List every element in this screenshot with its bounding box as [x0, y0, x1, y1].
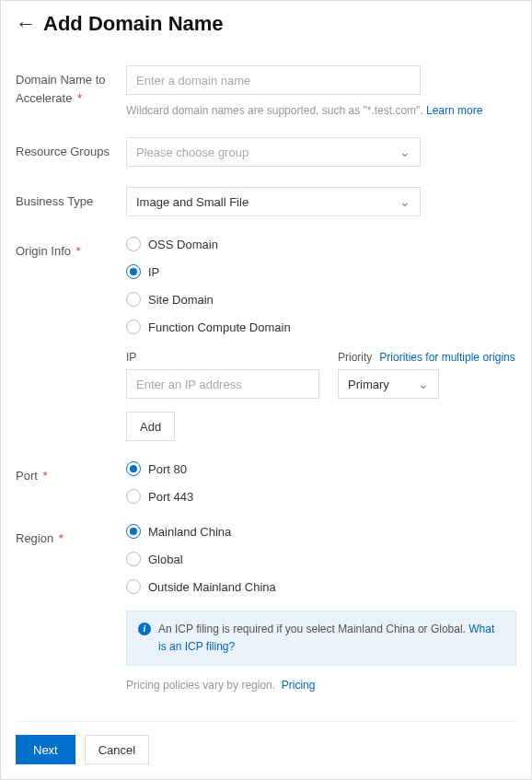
origin-option-fc[interactable]: Function Compute Domain [126, 320, 516, 334]
resource-groups-label: Resource Groups [16, 137, 126, 161]
radio-icon [126, 579, 141, 594]
next-button[interactable]: Next [16, 735, 75, 764]
domain-hint: Wildcard domain names are supported, suc… [126, 104, 516, 117]
icp-info-box: i An ICP filing is required if you selec… [126, 611, 516, 666]
region-option-global[interactable]: Global [126, 552, 516, 566]
domain-name-input[interactable] [126, 65, 421, 95]
ip-column-label: IP [126, 351, 338, 364]
origin-option-oss[interactable]: OSS Domain [126, 237, 516, 251]
domain-name-label: Domain Name to Accelerate * [16, 65, 126, 107]
info-icon: i [138, 623, 151, 635]
region-option-mainland[interactable]: Mainland China [126, 524, 516, 539]
chevron-down-icon: ⌄ [399, 145, 411, 159]
add-origin-button[interactable]: Add [126, 412, 175, 441]
cancel-button[interactable]: Cancel [85, 735, 149, 764]
chevron-down-icon: ⌄ [399, 194, 411, 209]
port-option-443[interactable]: Port 443 [126, 489, 516, 504]
resource-groups-select[interactable]: Please choose group ⌄ [126, 137, 421, 167]
origin-option-ip[interactable]: IP [126, 264, 516, 279]
business-type-select[interactable]: Image and Small File ⌄ [126, 187, 421, 216]
back-arrow-icon[interactable]: ← [16, 14, 36, 34]
origin-option-site[interactable]: Site Domain [126, 292, 516, 307]
origin-ip-input[interactable] [126, 369, 319, 399]
region-radio-group: Mainland China Global Outside Mainland C… [126, 524, 516, 594]
radio-icon [126, 524, 141, 539]
port-radio-group: Port 80 Port 443 [126, 461, 516, 504]
radio-icon [126, 237, 141, 251]
radio-icon [126, 489, 141, 504]
learn-more-link[interactable]: Learn more [426, 104, 482, 117]
radio-icon [126, 320, 141, 334]
pricing-link[interactable]: Pricing [282, 679, 316, 692]
chevron-down-icon: ⌄ [418, 377, 429, 391]
priority-select[interactable]: Primary ⌄ [338, 369, 439, 399]
priority-column-label: Priority [338, 351, 372, 364]
business-type-label: Business Type [16, 187, 126, 211]
radio-icon [126, 264, 141, 279]
region-label: Region * [16, 524, 126, 548]
port-label: Port * [16, 461, 126, 485]
region-option-outside[interactable]: Outside Mainland China [126, 579, 516, 594]
page-title: Add Domain Name [43, 12, 224, 36]
radio-icon [126, 552, 141, 566]
footer-divider [16, 721, 516, 722]
origin-radio-group: OSS Domain IP Site Domain Function Compu… [126, 237, 516, 334]
origin-info-label: Origin Info * [16, 237, 126, 261]
radio-icon [126, 292, 141, 307]
port-option-80[interactable]: Port 80 [126, 461, 516, 476]
priorities-link[interactable]: Priorities for multiple origins [379, 351, 515, 364]
pricing-note: Pricing policies vary by region. Pricing [126, 679, 516, 692]
radio-icon [126, 461, 141, 476]
